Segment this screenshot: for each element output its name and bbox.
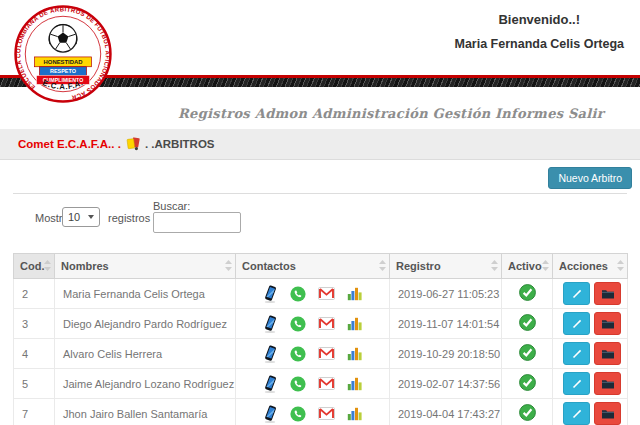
whatsapp-icon[interactable] [290, 286, 306, 302]
table-header-row: Cod.NombresContactosRegistroActivoAccion… [14, 254, 628, 279]
edit-button[interactable] [563, 402, 590, 425]
check-circle-icon[interactable] [519, 284, 536, 301]
cell-contactos [236, 309, 390, 339]
sort-icon [44, 260, 51, 271]
cell-nombre: Maria Fernanda Celis Ortega [55, 279, 236, 309]
cell-activo [502, 339, 553, 369]
soccer-ball-icon [49, 25, 77, 53]
logged-user-name: Maria Fernanda Celis Ortega [454, 37, 624, 51]
column-header-label: Activo [508, 260, 542, 272]
cell-registro: 2019-02-07 14:37:56 [390, 369, 502, 399]
folder-icon [601, 378, 615, 390]
column-header-nombres[interactable]: Nombres [55, 254, 236, 279]
edit-button[interactable] [563, 372, 590, 395]
table-row: 3Diego Alejandro Pardo Rodríguez2019-11-… [14, 309, 628, 339]
gmail-icon[interactable] [318, 407, 335, 420]
cell-activo [502, 369, 553, 399]
sort-icon [542, 260, 549, 271]
nav-item-registros-admon[interactable]: Registros Admon [178, 106, 307, 121]
cell-activo [502, 309, 553, 339]
cell-nombre: Diego Alejandro Pardo Rodríguez [55, 309, 236, 339]
cell-cod: 4 [14, 339, 55, 369]
stats-icon[interactable] [347, 346, 363, 361]
cell-activo [502, 399, 553, 425]
delete-button[interactable] [594, 282, 621, 305]
ribbon-respeto: RESPETO [50, 68, 77, 74]
pencil-icon [571, 318, 583, 330]
whatsapp-icon[interactable] [290, 346, 306, 362]
stats-icon[interactable] [347, 286, 363, 301]
edit-button[interactable] [563, 342, 590, 365]
gmail-icon[interactable] [318, 347, 335, 360]
sort-icon [225, 260, 232, 271]
nav-item-informes[interactable]: Informes [495, 106, 563, 121]
column-header-label: Acciones [559, 260, 608, 272]
whatsapp-icon[interactable] [290, 376, 306, 392]
welcome-text: Bienvenido..! [454, 12, 624, 27]
gmail-icon[interactable] [318, 317, 335, 330]
edit-button[interactable] [563, 282, 590, 305]
new-arbitro-button[interactable]: Nuevo Arbitro [548, 167, 632, 189]
cell-cod: 2 [14, 279, 55, 309]
smartphone-icon[interactable] [262, 345, 278, 363]
check-circle-icon[interactable] [519, 314, 536, 331]
delete-button[interactable] [594, 342, 621, 365]
column-header-contactos[interactable]: Contactos [236, 254, 390, 279]
folder-icon [601, 348, 615, 360]
smartphone-icon[interactable] [262, 375, 278, 393]
delete-button[interactable] [594, 312, 621, 335]
pencil-icon [571, 288, 583, 300]
whatsapp-icon[interactable] [290, 316, 306, 332]
cell-acciones [553, 279, 628, 309]
check-circle-icon[interactable] [519, 404, 536, 421]
folder-icon [601, 318, 615, 330]
page-size-select[interactable]: 10 [62, 207, 100, 227]
cell-registro: 2019-10-29 20:18:50 [390, 339, 502, 369]
nav-item-gestion[interactable]: Gestión [433, 106, 491, 121]
ribbon-honestidad: HONESTIDAD [44, 59, 83, 65]
cell-acciones [553, 339, 628, 369]
gmail-icon[interactable] [318, 287, 335, 300]
pencil-icon [571, 348, 583, 360]
column-header-label: Cod. [20, 260, 44, 272]
check-circle-icon[interactable] [519, 374, 536, 391]
column-header-registro[interactable]: Registro [390, 254, 502, 279]
stats-icon[interactable] [347, 316, 363, 331]
delete-button[interactable] [594, 402, 621, 425]
stats-icon[interactable] [347, 406, 363, 421]
cell-cod: 3 [14, 309, 55, 339]
chevron-down-icon [88, 215, 94, 219]
sort-icon [491, 260, 498, 271]
edit-button[interactable] [563, 312, 590, 335]
smartphone-icon[interactable] [262, 405, 278, 423]
smartphone-icon[interactable] [262, 285, 278, 303]
column-header-label: Registro [396, 260, 441, 272]
cell-registro: 2019-06-27 11:05:23 [390, 279, 502, 309]
toolbar-divider [13, 193, 627, 194]
welcome-block: Bienvenido..! Maria Fernanda Celis Orteg… [454, 12, 624, 51]
cell-acciones [553, 309, 628, 339]
stats-icon[interactable] [347, 376, 363, 391]
column-header-cod[interactable]: Cod. [14, 254, 55, 279]
search-label: Buscar: [153, 200, 190, 212]
smartphone-icon[interactable] [262, 315, 278, 333]
logo-ribbons: HONESTIDAD RESPETO CUMPLIMIENTO [35, 57, 92, 84]
column-header-activo[interactable]: Activo [502, 254, 553, 279]
page-size-value: 10 [68, 211, 80, 223]
whatsapp-icon[interactable] [290, 406, 306, 422]
cell-cod: 5 [14, 369, 55, 399]
check-circle-icon[interactable] [519, 344, 536, 361]
gmail-icon[interactable] [318, 377, 335, 390]
pencil-icon [571, 378, 583, 390]
delete-button[interactable] [594, 372, 621, 395]
search-input[interactable] [153, 212, 241, 233]
nav-item-salir[interactable]: Salir [568, 106, 604, 121]
cell-registro: 2019-11-07 14:01:54 [390, 309, 502, 339]
table-row: 2Maria Fernanda Celis Ortega2019-06-27 1… [14, 279, 628, 309]
column-header-acciones[interactable]: Acciones [553, 254, 628, 279]
referee-cards-icon [125, 137, 141, 151]
cell-nombre: Jhon Jairo Ballen Santamaría [55, 399, 236, 425]
arbitros-page: ESCUELA COLOMBIANA DE ARBITROS DE FUTBOL… [0, 0, 640, 425]
breadcrumb-app-link[interactable]: Comet E.C.A.F.A.. . [18, 138, 121, 150]
nav-item-administracion[interactable]: Administración [312, 106, 428, 121]
